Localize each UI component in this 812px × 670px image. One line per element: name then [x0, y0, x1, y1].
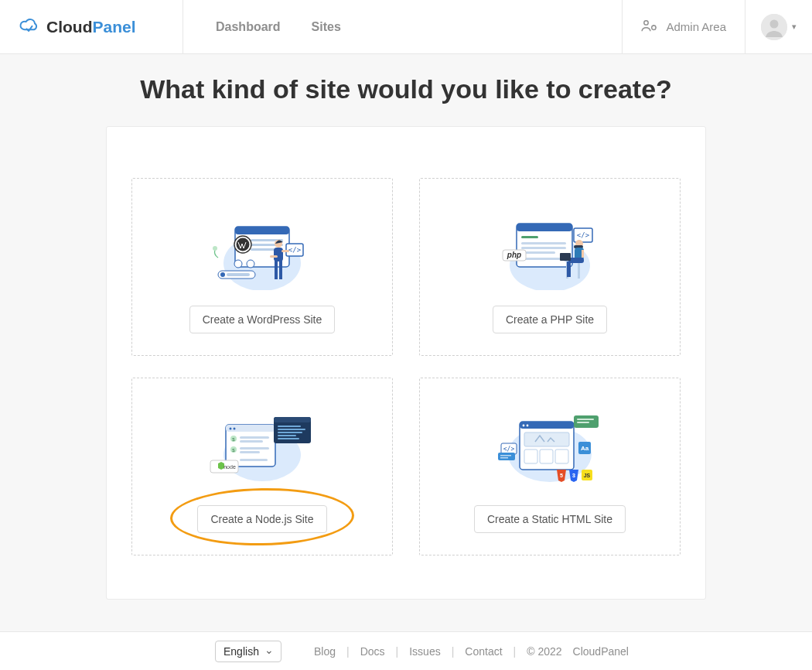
cloud-icon — [19, 15, 40, 39]
users-gear-icon — [641, 19, 658, 36]
svg-rect-77 — [524, 432, 569, 446]
svg-rect-30 — [521, 242, 566, 244]
svg-rect-64 — [278, 426, 301, 427]
separator: | — [346, 645, 350, 658]
svg-rect-61 — [240, 459, 268, 461]
svg-point-52 — [234, 428, 236, 430]
svg-rect-22 — [275, 261, 278, 279]
admin-area-label: Admin Area — [666, 20, 726, 33]
svg-rect-87 — [500, 455, 511, 456]
svg-text:</>: </> — [288, 246, 302, 254]
svg-point-15 — [247, 260, 254, 268]
svg-rect-28 — [517, 224, 572, 231]
create-nodejs-button[interactable]: Create a Node.js Site — [197, 505, 326, 533]
svg-rect-23 — [279, 261, 282, 279]
footer-blog[interactable]: Blog — [314, 645, 336, 658]
chevron-down-icon: ▾ — [792, 22, 797, 32]
svg-rect-29 — [521, 236, 538, 238]
svg-rect-86 — [498, 453, 515, 460]
svg-rect-55 — [240, 436, 269, 439]
svg-rect-31 — [521, 247, 566, 249]
site-type-grid: </> Create a — [106, 126, 706, 600]
svg-rect-65 — [278, 429, 305, 430]
svg-rect-18 — [227, 273, 250, 276]
svg-rect-24 — [270, 255, 278, 258]
card-static: </> Aa 5 3 JS Create a Static HTML Site — [419, 378, 681, 555]
language-select[interactable]: English — [215, 641, 281, 662]
card-nodejs: $ $ — [131, 378, 393, 555]
topbar: CloudPanel Dashboard Sites Admin Area ▾ — [0, 0, 812, 54]
svg-text:3: 3 — [572, 473, 575, 478]
svg-point-11 — [237, 238, 250, 251]
svg-text:5: 5 — [560, 473, 563, 478]
copyright: © 2022 — [527, 645, 561, 658]
svg-rect-25 — [281, 250, 289, 252]
svg-text:Aa: Aa — [581, 445, 589, 452]
product-name: CloudPanel — [573, 645, 629, 658]
language-select-wrap: English — [215, 641, 281, 662]
svg-point-76 — [527, 425, 529, 427]
card-wordpress: </> Create a — [131, 178, 393, 356]
svg-rect-59 — [240, 447, 269, 450]
separator: | — [513, 645, 517, 658]
footer: English Blog | Docs | Issues | Contact |… — [0, 631, 812, 670]
user-menu[interactable]: ▾ — [745, 0, 812, 53]
svg-rect-63 — [274, 417, 311, 422]
page-title: What kind of site would you like to crea… — [0, 54, 812, 126]
svg-point-51 — [230, 428, 232, 430]
svg-text:</>: </> — [577, 231, 590, 239]
illustration-wordpress: </> — [132, 179, 392, 306]
illustration-static: </> Aa 5 3 JS — [420, 378, 680, 505]
svg-rect-67 — [278, 435, 296, 436]
footer-contact[interactable]: Contact — [465, 645, 502, 658]
svg-rect-68 — [278, 438, 299, 439]
svg-text:php: php — [507, 251, 521, 259]
card-php: </> php Create a PHP Site — [419, 178, 681, 356]
svg-rect-78 — [524, 450, 537, 463]
svg-point-17 — [220, 272, 225, 277]
svg-point-19 — [213, 246, 217, 251]
svg-rect-9 — [251, 248, 275, 251]
main-nav: Dashboard Sites — [183, 0, 622, 53]
svg-point-0 — [644, 20, 648, 24]
logo-text: CloudPanel — [46, 18, 136, 36]
svg-point-14 — [234, 260, 242, 268]
separator: | — [396, 645, 399, 658]
svg-rect-40 — [578, 262, 580, 279]
create-php-button[interactable]: Create a PHP Site — [493, 306, 607, 333]
svg-rect-47 — [560, 253, 571, 261]
svg-rect-21 — [274, 248, 283, 262]
nav-sites[interactable]: Sites — [312, 20, 341, 34]
svg-rect-79 — [540, 450, 553, 463]
illustration-php: </> php — [420, 179, 680, 306]
svg-rect-46 — [582, 250, 584, 258]
svg-text:JS: JS — [584, 473, 591, 478]
separator: | — [452, 645, 455, 658]
svg-rect-32 — [521, 251, 555, 254]
svg-rect-80 — [555, 450, 568, 463]
svg-rect-56 — [240, 440, 263, 443]
svg-rect-66 — [278, 432, 302, 433]
create-wordpress-button[interactable]: Create a WordPress Site — [189, 306, 336, 333]
avatar-icon — [761, 14, 787, 40]
footer-docs[interactable]: Docs — [360, 645, 385, 658]
content: What kind of site would you like to crea… — [0, 54, 812, 623]
svg-point-75 — [523, 425, 525, 427]
svg-rect-82 — [577, 419, 594, 420]
nav-dashboard[interactable]: Dashboard — [216, 20, 281, 34]
svg-rect-83 — [577, 422, 589, 423]
footer-issues[interactable]: Issues — [409, 645, 440, 658]
create-static-button[interactable]: Create a Static HTML Site — [474, 505, 626, 533]
svg-rect-6 — [235, 227, 289, 234]
admin-area-link[interactable]: Admin Area — [622, 0, 745, 53]
svg-rect-33 — [521, 258, 566, 260]
svg-point-3 — [770, 19, 779, 28]
svg-text:</>: </> — [503, 446, 515, 453]
svg-text:node: node — [223, 464, 236, 470]
svg-rect-60 — [240, 451, 260, 453]
svg-rect-45 — [567, 262, 571, 277]
illustration-nodejs: $ $ — [132, 378, 392, 505]
logo[interactable]: CloudPanel — [0, 0, 183, 53]
svg-rect-88 — [500, 457, 508, 459]
